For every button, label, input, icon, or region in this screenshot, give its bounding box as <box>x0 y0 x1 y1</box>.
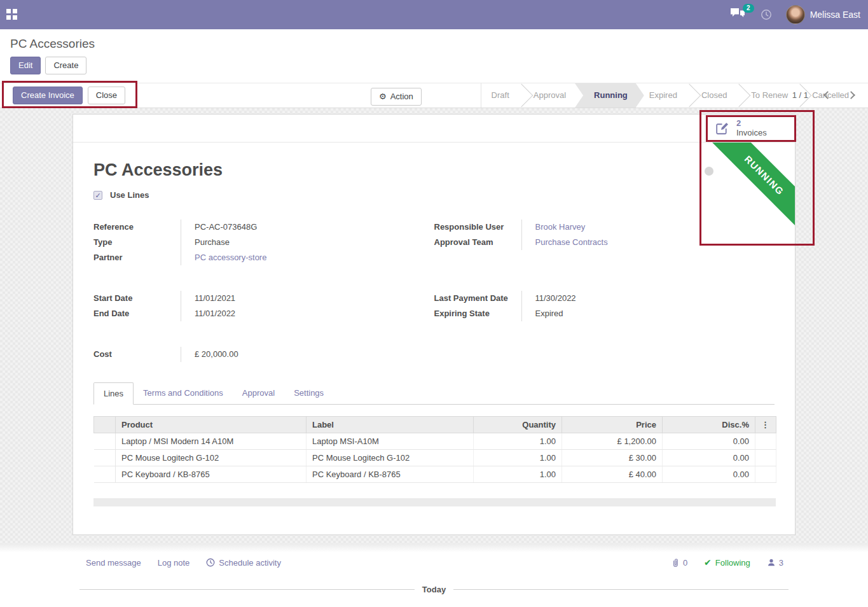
cost-value: £ 20,000.00 <box>181 347 408 362</box>
record-title: PC Accessories <box>93 160 775 180</box>
cell-product: Laptop / MSI Modern 14 A10M <box>116 433 307 450</box>
partner-link[interactable]: PC accessory-store <box>195 253 266 262</box>
tab-lines[interactable]: Lines <box>93 382 134 405</box>
cell-disc: 0.00 <box>663 433 755 450</box>
log-note-label: Log note <box>158 558 190 568</box>
paperclip-icon <box>671 558 680 568</box>
today-label: Today <box>422 585 446 594</box>
approval-team-label: Approval Team <box>434 235 521 250</box>
table-footer-bar <box>93 498 776 506</box>
column-header-disc[interactable]: Disc.% <box>663 417 755 433</box>
field-group-left-1: Reference PC-AC-073648G Type Purchase Pa… <box>93 220 434 265</box>
send-message-label: Send message <box>86 558 141 568</box>
cell-quantity: 1.00 <box>474 450 562 466</box>
cell-price: £ 1,200.00 <box>562 433 663 450</box>
row-handle <box>94 433 116 450</box>
row-handle <box>94 450 116 466</box>
end-date-label: End Date <box>93 306 181 321</box>
cell-label: PC Mouse Logitech G-102 <box>307 450 474 466</box>
person-icon <box>767 558 776 567</box>
table-row[interactable]: PC Mouse Logitech G-102 PC Mouse Logitec… <box>94 450 776 466</box>
optional-columns-icon[interactable]: ⋮ <box>755 417 776 433</box>
column-header-label[interactable]: Label <box>307 417 474 433</box>
attachments-count: 0 <box>683 558 687 568</box>
cell-price: £ 40.00 <box>562 466 663 483</box>
today-divider: Today <box>79 585 789 594</box>
end-date-value: 11/01/2022 <box>181 306 408 321</box>
followers-count: 3 <box>779 558 783 568</box>
pager-previous-icon[interactable] <box>823 91 832 99</box>
tab-settings[interactable]: Settings <box>284 382 333 404</box>
create-button[interactable]: Create <box>45 57 86 74</box>
approval-team-link[interactable]: Purchase Contracts <box>535 237 608 247</box>
status-step-running[interactable]: Running <box>575 83 644 108</box>
invoices-count: 2 <box>736 119 767 129</box>
tab-terms-and-conditions[interactable]: Terms and Conditions <box>134 382 233 404</box>
field-group-right-1: Responsible User Brook Harvey Approval T… <box>434 220 775 265</box>
cell-product: PC Mouse Logitech G-102 <box>116 450 307 466</box>
start-date-value: 11/01/2021 <box>181 291 408 306</box>
action-button[interactable]: ⚙ Action <box>371 88 422 106</box>
cost-label: Cost <box>93 347 181 362</box>
user-menu[interactable]: Melissa East <box>786 5 860 24</box>
activities-clock-icon[interactable] <box>761 9 772 20</box>
user-name: Melissa East <box>810 10 860 20</box>
use-lines-checkbox[interactable]: ✓ <box>93 191 102 200</box>
cell-disc: 0.00 <box>663 450 755 466</box>
table-row[interactable]: Laptop / MSI Modern 14 A10M Laptop MSI-A… <box>94 433 776 450</box>
status-dot <box>705 167 713 176</box>
create-invoice-button[interactable]: Create Invoice <box>13 87 83 104</box>
pager-next-icon[interactable] <box>847 91 855 99</box>
messages-menu[interactable]: 2 <box>730 8 747 22</box>
gear-icon: ⚙ <box>379 91 387 102</box>
cell-label: Laptop MSI-A10M <box>307 433 474 450</box>
control-panel: PC Accessories Edit Create ⚙ Action 1 / … <box>0 29 868 83</box>
invoices-stat-button[interactable]: 2 Invoices <box>705 115 795 142</box>
status-steps: Draft Approval Running Expired Closed To… <box>481 83 868 108</box>
table-row[interactable]: PC Keyboard / KB-8765 PC Keyboard / KB-8… <box>94 466 776 483</box>
cell-label: PC Keyboard / KB-8765 <box>307 466 474 483</box>
cell-disc: 0.00 <box>663 466 755 483</box>
column-header-quantity[interactable]: Quantity <box>474 417 562 433</box>
schedule-activity-label: Schedule activity <box>219 558 281 568</box>
last-payment-date-label: Last Payment Date <box>434 291 521 306</box>
schedule-activity-button[interactable]: Schedule activity <box>206 558 281 568</box>
tab-approval[interactable]: Approval <box>233 382 284 404</box>
type-label: Type <box>93 235 181 250</box>
action-label: Action <box>390 91 413 102</box>
cell-product: PC Keyboard / KB-8765 <box>116 466 307 483</box>
log-note-button[interactable]: Log note <box>158 558 190 568</box>
followers-button[interactable]: 3 <box>767 558 783 568</box>
reference-label: Reference <box>93 220 181 235</box>
reference-value: PC-AC-073648G <box>181 220 408 235</box>
field-group-left-3: Cost £ 20,000.00 <box>93 347 434 362</box>
responsible-user-link[interactable]: Brook Harvey <box>535 222 586 232</box>
field-group-right-2: Last Payment Date 11/30/2022 Expiring St… <box>434 291 775 321</box>
schedule-clock-icon <box>206 558 215 567</box>
following-label: Following <box>715 558 750 568</box>
cell-quantity: 1.00 <box>474 433 562 450</box>
following-button[interactable]: ✔ Following <box>704 557 750 568</box>
attachments-button[interactable]: 0 <box>671 558 687 568</box>
apps-menu-icon[interactable] <box>6 9 18 20</box>
statusbar: Create Invoice Close Draft Approval Runn… <box>0 83 868 108</box>
column-header-product[interactable]: Product <box>116 417 307 433</box>
responsible-user-label: Responsible User <box>434 220 521 235</box>
edit-button[interactable]: Edit <box>10 57 41 74</box>
start-date-label: Start Date <box>93 291 181 306</box>
notebook-tabs: Lines Terms and Conditions Approval Sett… <box>93 382 775 405</box>
expiring-state-value: Expired <box>521 306 748 321</box>
pencil-square-icon <box>714 120 730 136</box>
messages-count-badge: 2 <box>743 4 754 13</box>
table-header-row: Product Label Quantity Price Disc.% ⋮ <box>94 417 776 433</box>
column-header-price[interactable]: Price <box>562 417 663 433</box>
type-value: Purchase <box>181 235 408 250</box>
cell-quantity: 1.00 <box>474 466 562 483</box>
expiring-state-label: Expiring State <box>434 306 521 321</box>
top-navbar: 2 Melissa East <box>0 0 868 29</box>
lines-table: Product Label Quantity Price Disc.% ⋮ La… <box>93 416 776 483</box>
check-icon: ✔ <box>704 557 712 568</box>
form-view-background: 2 Invoices RUNNING PC Accessories ✓ Use … <box>0 108 868 544</box>
close-button[interactable]: Close <box>88 87 125 104</box>
send-message-button[interactable]: Send message <box>86 558 141 568</box>
